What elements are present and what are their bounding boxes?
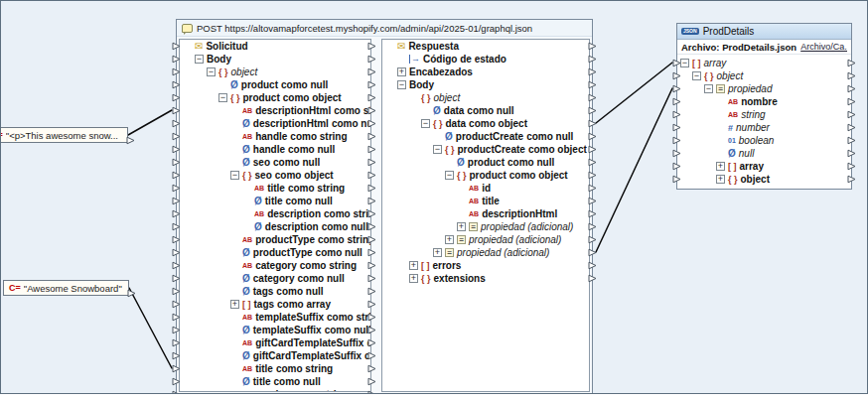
tree-node[interactable]: ØgiftCardTemplateSuffixcomo null [180, 349, 370, 362]
connector-triangle[interactable] [588, 233, 597, 246]
tree-node[interactable]: { }object [382, 91, 589, 104]
connector-triangle[interactable] [847, 95, 856, 108]
connector-triangle[interactable] [588, 182, 597, 195]
connector-triangle[interactable] [367, 311, 376, 324]
tree-node[interactable]: −{ }object [677, 69, 851, 82]
connector-triangle[interactable] [172, 233, 181, 246]
connector-triangle[interactable] [367, 78, 376, 91]
connector-triangle[interactable] [172, 130, 181, 143]
connector-triangle[interactable] [172, 195, 181, 207]
connector-triangle[interactable] [367, 40, 376, 53]
expand-icon[interactable]: + [716, 175, 725, 184]
tree-node[interactable]: Øtagscomo null [180, 285, 370, 298]
tree-node[interactable]: ØproductCreatecomo null [382, 130, 589, 143]
connector-triangle[interactable] [172, 207, 181, 220]
expand-icon[interactable]: + [433, 248, 442, 257]
tree-node[interactable]: +Encabezados [382, 66, 589, 78]
connector-triangle[interactable] [172, 362, 181, 375]
connector-triangle[interactable] [367, 53, 376, 66]
tree-node[interactable]: Ønull [677, 147, 851, 160]
connector-triangle[interactable] [588, 195, 597, 207]
connector-triangle[interactable] [588, 66, 597, 78]
connector-triangle[interactable] [172, 349, 181, 362]
connector-triangle[interactable] [847, 82, 856, 95]
connector-triangle[interactable] [172, 91, 181, 104]
connector-triangle[interactable] [672, 160, 681, 173]
collapse-icon[interactable]: − [445, 171, 454, 180]
tree-node[interactable]: −{ }productcomo object [382, 169, 589, 182]
connector-triangle[interactable] [588, 220, 597, 233]
connector-triangle[interactable] [672, 121, 681, 134]
tree-node[interactable]: ABdescriptionHtmlcomo string [180, 104, 370, 117]
connector-triangle[interactable] [367, 104, 376, 117]
connector-triangle[interactable] [367, 375, 376, 388]
tree-node[interactable]: ABtitle [382, 195, 589, 207]
tree-node[interactable]: −{ }object [180, 66, 370, 78]
connector-triangle[interactable] [172, 259, 181, 272]
connector-triangle[interactable] [367, 349, 376, 362]
tree-node[interactable]: −Body [382, 78, 589, 91]
connection-line[interactable] [129, 288, 172, 368]
connector-triangle[interactable] [172, 375, 181, 388]
tree-node[interactable]: Øtitlecomo null [180, 375, 370, 388]
connector-triangle[interactable] [588, 207, 597, 220]
connector-triangle[interactable] [367, 91, 376, 104]
tree-node[interactable]: →Código de estado [382, 53, 589, 66]
tree-node[interactable]: Ødatacomo null [382, 104, 589, 117]
tree-node[interactable]: Øhandlecomo null [180, 143, 370, 156]
tree-node[interactable]: ØtemplateSuffixcomo null [180, 324, 370, 336]
collapse-icon[interactable]: − [704, 84, 713, 93]
collapse-icon[interactable]: − [680, 59, 689, 67]
collapse-icon[interactable]: − [207, 67, 216, 76]
collapse-icon[interactable]: − [421, 119, 430, 128]
connector-triangle[interactable] [672, 173, 681, 186]
tree-node[interactable]: −[ ]array [677, 57, 851, 69]
tree-node[interactable]: ABstring [677, 108, 851, 121]
connector-triangle[interactable] [367, 182, 376, 195]
connector-triangle[interactable] [588, 259, 597, 272]
constant-component[interactable]: C= "<p>This awesome snow... [0, 127, 128, 143]
connector-triangle[interactable] [172, 336, 181, 349]
connector-triangle[interactable] [672, 134, 681, 147]
connector-triangle[interactable] [172, 78, 181, 91]
connector-triangle[interactable] [847, 69, 856, 82]
tree-node[interactable]: ✉Respuesta [382, 40, 589, 53]
tree-node[interactable]: +[ ]array [677, 160, 851, 173]
expand-icon[interactable]: + [445, 235, 454, 244]
collapse-icon[interactable]: − [218, 93, 227, 102]
connector-triangle[interactable] [847, 134, 856, 147]
tree-node[interactable]: Øproductcomo null [382, 156, 589, 169]
tree-node[interactable]: ABgiftCardTemplateSuffixcomo string [180, 336, 370, 349]
tree-node[interactable]: ABvendorcomo string [180, 388, 370, 391]
tree-node[interactable]: ABcategorycomo string [180, 259, 370, 272]
tree-node[interactable]: −=propiedad [677, 82, 851, 95]
connector-triangle[interactable] [172, 324, 181, 336]
tree-node[interactable]: Øproductcomo null [180, 78, 370, 91]
tree-node[interactable]: +=propiedad (adicional) [382, 220, 589, 233]
connector-triangle[interactable] [367, 388, 376, 394]
connector-triangle[interactable] [847, 173, 856, 186]
connector-triangle[interactable] [367, 143, 376, 156]
tree-node[interactable]: +=propiedad (adicional) [382, 246, 589, 259]
connector-triangle[interactable] [672, 95, 681, 108]
connector-triangle[interactable] [367, 298, 376, 311]
connector-triangle[interactable] [588, 156, 597, 169]
connector-triangle[interactable] [367, 246, 376, 259]
connector-triangle[interactable] [847, 160, 856, 173]
connector-triangle[interactable] [367, 195, 376, 207]
expand-icon[interactable]: + [716, 162, 725, 171]
tree-node[interactable]: −{ }productcomo object [180, 91, 370, 104]
connector-triangle[interactable] [367, 336, 376, 349]
connector-triangle[interactable] [367, 169, 376, 182]
tree-node[interactable]: −{ }productCreatecomo object [382, 143, 589, 156]
connector-triangle[interactable] [367, 130, 376, 143]
component-header[interactable]: POST https://altovamapforcetest.myshopif… [177, 20, 592, 37]
connector-triangle[interactable] [172, 40, 181, 53]
connector-triangle[interactable] [172, 272, 181, 285]
connector-triangle[interactable] [588, 104, 597, 117]
connector-triangle[interactable] [588, 53, 597, 66]
connector-triangle[interactable] [367, 156, 376, 169]
component-header[interactable]: JSON ProdDetails [677, 24, 851, 40]
tree-node[interactable]: −Body [180, 53, 370, 66]
connector-triangle[interactable] [172, 182, 181, 195]
